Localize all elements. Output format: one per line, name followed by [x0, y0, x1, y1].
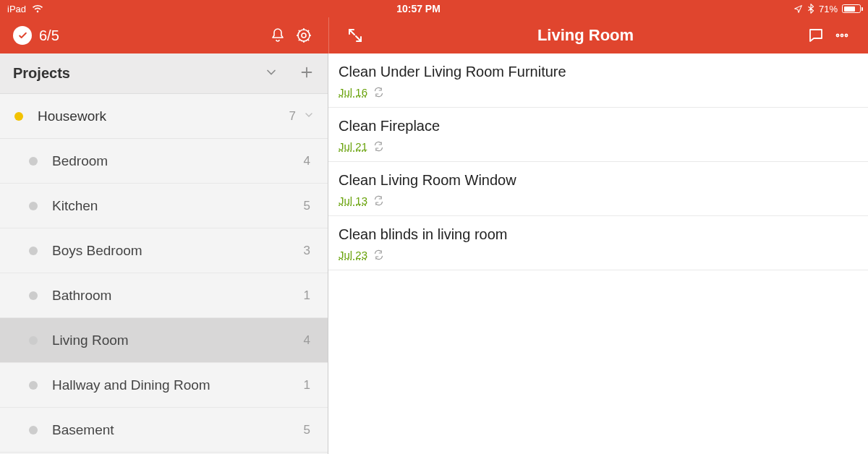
task-title: Clean blinds in living room [339, 226, 856, 243]
chevron-down-icon[interactable] [264, 65, 278, 82]
status-bar: iPad 10:57 PM 71% [0, 0, 868, 17]
project-name: Hallway and Dining Room [52, 377, 304, 393]
task-title: Clean Under Living Room Furniture [339, 64, 856, 80]
more-button[interactable] [829, 22, 855, 48]
projects-header-title: Projects [13, 65, 70, 82]
project-name: Living Room [52, 333, 304, 348]
project-color-dot [29, 381, 38, 390]
project-name: Bathroom [52, 288, 304, 304]
project-name: Boys Bedroom [52, 243, 304, 259]
expand-button[interactable] [342, 22, 368, 48]
settings-button[interactable] [291, 22, 317, 48]
recurring-icon [373, 87, 384, 98]
project-color-dot [29, 157, 38, 166]
project-name: Housework [38, 108, 289, 124]
expand-icon [346, 27, 364, 44]
sidebar: Projects Housework 7 Bedroom4Kitchen5Boy… [0, 53, 328, 454]
projects-header[interactable]: Projects [0, 53, 328, 94]
sidebar-item-bedroom[interactable]: Bedroom4 [0, 139, 328, 184]
recurring-icon [373, 195, 384, 206]
project-name: Bedroom [52, 153, 304, 169]
project-count: 4 [304, 154, 310, 168]
task-item[interactable]: Clean Living Room WindowJul 13 [328, 162, 868, 216]
location-icon [793, 4, 803, 14]
date-label: 6/5 [39, 27, 59, 44]
app-bar: 6/5 Living Room [0, 17, 868, 53]
project-name: Kitchen [52, 198, 304, 214]
task-item[interactable]: Clean Under Living Room FurnitureJul 16 [328, 53, 868, 108]
comments-button[interactable] [803, 22, 829, 48]
task-date[interactable]: Jul 21 [339, 140, 367, 153]
task-date[interactable]: Jul 23 [339, 249, 367, 261]
bell-icon [269, 27, 286, 44]
project-name: Basement [52, 422, 304, 438]
project-count: 3 [304, 244, 310, 258]
project-count: 1 [304, 378, 310, 393]
chat-icon [807, 27, 825, 44]
more-horizontal-icon [833, 27, 851, 44]
project-count: 4 [304, 333, 310, 348]
battery-icon [842, 4, 861, 13]
svg-point-11 [841, 34, 843, 36]
content-title: Living Room [368, 26, 803, 45]
battery-percent: 71% [819, 4, 838, 14]
project-count: 5 [304, 423, 310, 437]
sidebar-item-basement[interactable]: Basement5 [0, 408, 328, 453]
svg-point-1 [302, 33, 306, 38]
task-list: Clean Under Living Room FurnitureJul 16C… [328, 53, 868, 454]
task-item[interactable]: Clean blinds in living roomJul 23 [328, 216, 868, 270]
checkmark-badge-icon [13, 26, 32, 45]
svg-point-10 [836, 34, 838, 36]
device-label: iPad [7, 4, 26, 14]
project-color-dot [14, 112, 23, 121]
project-color-dot [29, 336, 38, 345]
plus-icon [299, 64, 315, 80]
status-time: 10:57 PM [43, 3, 793, 14]
project-count: 5 [304, 199, 310, 213]
sidebar-item-hallway-and-dining-room[interactable]: Hallway and Dining Room1 [0, 363, 328, 408]
sidebar-item-kitchen[interactable]: Kitchen5 [0, 184, 328, 228]
project-count: 1 [304, 288, 310, 303]
task-title: Clean Living Room Window [339, 172, 856, 189]
recurring-icon [373, 249, 384, 260]
recurring-icon [373, 141, 384, 152]
notifications-button[interactable] [265, 22, 291, 48]
svg-point-12 [845, 34, 847, 36]
add-project-button[interactable] [299, 64, 315, 83]
task-title: Clean Fireplace [339, 118, 856, 134]
task-date[interactable]: Jul 13 [339, 194, 367, 207]
wifi-icon [32, 4, 43, 13]
sidebar-item-bathroom[interactable]: Bathroom1 [0, 273, 328, 318]
project-color-dot [29, 426, 38, 434]
project-color-dot [29, 291, 38, 300]
project-count: 7 [289, 109, 296, 124]
bluetooth-icon [807, 4, 814, 14]
sidebar-item-boys-bedroom[interactable]: Boys Bedroom3 [0, 228, 328, 273]
gear-icon [295, 27, 312, 44]
project-color-dot [29, 247, 38, 255]
sidebar-item-living-room[interactable]: Living Room4 [0, 318, 328, 363]
task-date[interactable]: Jul 16 [339, 86, 367, 98]
chevron-down-icon[interactable] [303, 108, 315, 124]
project-color-dot [29, 202, 38, 210]
project-parent-housework[interactable]: Housework 7 [0, 94, 328, 139]
task-item[interactable]: Clean FireplaceJul 21 [328, 108, 868, 162]
date-indicator[interactable]: 6/5 [13, 26, 59, 45]
